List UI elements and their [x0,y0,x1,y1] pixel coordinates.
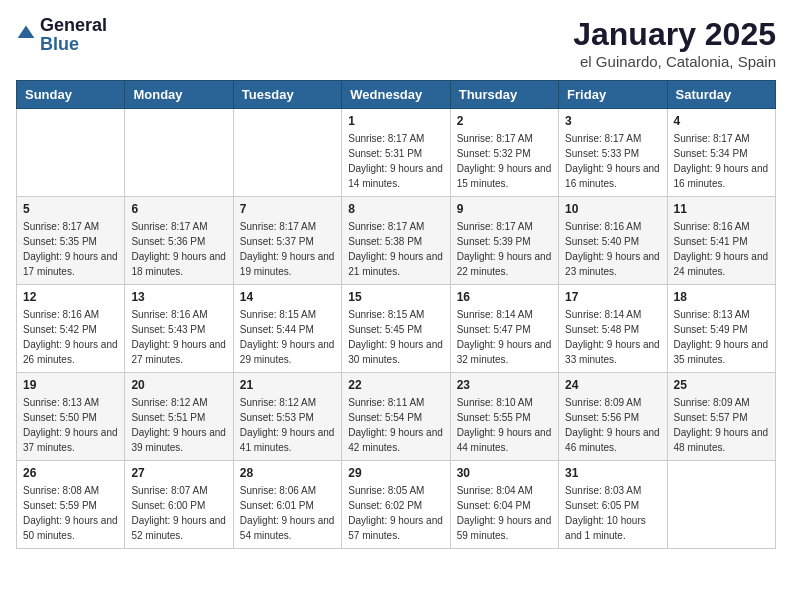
weekday-header: Monday [125,81,233,109]
day-info: Sunrise: 8:17 AMSunset: 5:38 PMDaylight:… [348,219,443,279]
logo-general: General [40,15,107,35]
day-info: Sunrise: 8:04 AMSunset: 6:04 PMDaylight:… [457,483,552,543]
day-info: Sunrise: 8:08 AMSunset: 5:59 PMDaylight:… [23,483,118,543]
calendar-cell: 20Sunrise: 8:12 AMSunset: 5:51 PMDayligh… [125,373,233,461]
day-number: 6 [131,202,226,216]
calendar-cell: 1Sunrise: 8:17 AMSunset: 5:31 PMDaylight… [342,109,450,197]
weekday-header: Saturday [667,81,775,109]
calendar-cell: 12Sunrise: 8:16 AMSunset: 5:42 PMDayligh… [17,285,125,373]
calendar-cell: 23Sunrise: 8:10 AMSunset: 5:55 PMDayligh… [450,373,558,461]
day-info: Sunrise: 8:14 AMSunset: 5:48 PMDaylight:… [565,307,660,367]
page-header: General Blue January 2025 el Guinardo, C… [16,16,776,70]
logo: General Blue [16,16,107,54]
calendar-week-row: 5Sunrise: 8:17 AMSunset: 5:35 PMDaylight… [17,197,776,285]
calendar-cell [667,461,775,549]
month-title: January 2025 [573,16,776,53]
calendar-cell: 28Sunrise: 8:06 AMSunset: 6:01 PMDayligh… [233,461,341,549]
calendar-cell: 11Sunrise: 8:16 AMSunset: 5:41 PMDayligh… [667,197,775,285]
day-number: 21 [240,378,335,392]
day-number: 29 [348,466,443,480]
day-number: 17 [565,290,660,304]
weekday-header: Tuesday [233,81,341,109]
day-number: 25 [674,378,769,392]
day-info: Sunrise: 8:16 AMSunset: 5:43 PMDaylight:… [131,307,226,367]
calendar-cell: 25Sunrise: 8:09 AMSunset: 5:57 PMDayligh… [667,373,775,461]
calendar-week-row: 26Sunrise: 8:08 AMSunset: 5:59 PMDayligh… [17,461,776,549]
day-number: 13 [131,290,226,304]
calendar-header-row: SundayMondayTuesdayWednesdayThursdayFrid… [17,81,776,109]
day-info: Sunrise: 8:16 AMSunset: 5:42 PMDaylight:… [23,307,118,367]
day-info: Sunrise: 8:17 AMSunset: 5:39 PMDaylight:… [457,219,552,279]
day-number: 26 [23,466,118,480]
day-number: 19 [23,378,118,392]
day-info: Sunrise: 8:13 AMSunset: 5:50 PMDaylight:… [23,395,118,455]
day-info: Sunrise: 8:09 AMSunset: 5:57 PMDaylight:… [674,395,769,455]
day-number: 18 [674,290,769,304]
calendar-week-row: 1Sunrise: 8:17 AMSunset: 5:31 PMDaylight… [17,109,776,197]
day-info: Sunrise: 8:07 AMSunset: 6:00 PMDaylight:… [131,483,226,543]
day-number: 8 [348,202,443,216]
day-info: Sunrise: 8:17 AMSunset: 5:31 PMDaylight:… [348,131,443,191]
calendar-cell: 29Sunrise: 8:05 AMSunset: 6:02 PMDayligh… [342,461,450,549]
day-info: Sunrise: 8:17 AMSunset: 5:34 PMDaylight:… [674,131,769,191]
day-info: Sunrise: 8:16 AMSunset: 5:40 PMDaylight:… [565,219,660,279]
day-number: 30 [457,466,552,480]
calendar-week-row: 12Sunrise: 8:16 AMSunset: 5:42 PMDayligh… [17,285,776,373]
calendar-cell: 27Sunrise: 8:07 AMSunset: 6:00 PMDayligh… [125,461,233,549]
day-info: Sunrise: 8:17 AMSunset: 5:33 PMDaylight:… [565,131,660,191]
day-info: Sunrise: 8:17 AMSunset: 5:35 PMDaylight:… [23,219,118,279]
calendar-cell: 2Sunrise: 8:17 AMSunset: 5:32 PMDaylight… [450,109,558,197]
calendar-cell: 16Sunrise: 8:14 AMSunset: 5:47 PMDayligh… [450,285,558,373]
day-info: Sunrise: 8:09 AMSunset: 5:56 PMDaylight:… [565,395,660,455]
weekday-header: Friday [559,81,667,109]
calendar-cell [125,109,233,197]
day-info: Sunrise: 8:12 AMSunset: 5:53 PMDaylight:… [240,395,335,455]
day-number: 4 [674,114,769,128]
calendar-cell: 17Sunrise: 8:14 AMSunset: 5:48 PMDayligh… [559,285,667,373]
calendar-cell: 24Sunrise: 8:09 AMSunset: 5:56 PMDayligh… [559,373,667,461]
day-number: 7 [240,202,335,216]
day-number: 9 [457,202,552,216]
day-number: 31 [565,466,660,480]
calendar-cell: 9Sunrise: 8:17 AMSunset: 5:39 PMDaylight… [450,197,558,285]
day-info: Sunrise: 8:12 AMSunset: 5:51 PMDaylight:… [131,395,226,455]
calendar-cell: 5Sunrise: 8:17 AMSunset: 5:35 PMDaylight… [17,197,125,285]
day-info: Sunrise: 8:06 AMSunset: 6:01 PMDaylight:… [240,483,335,543]
calendar-cell: 14Sunrise: 8:15 AMSunset: 5:44 PMDayligh… [233,285,341,373]
day-info: Sunrise: 8:15 AMSunset: 5:45 PMDaylight:… [348,307,443,367]
calendar-cell: 18Sunrise: 8:13 AMSunset: 5:49 PMDayligh… [667,285,775,373]
calendar-cell [233,109,341,197]
day-number: 27 [131,466,226,480]
day-info: Sunrise: 8:15 AMSunset: 5:44 PMDaylight:… [240,307,335,367]
calendar-cell: 7Sunrise: 8:17 AMSunset: 5:37 PMDaylight… [233,197,341,285]
weekday-header: Sunday [17,81,125,109]
calendar-cell: 8Sunrise: 8:17 AMSunset: 5:38 PMDaylight… [342,197,450,285]
calendar-cell: 26Sunrise: 8:08 AMSunset: 5:59 PMDayligh… [17,461,125,549]
day-number: 20 [131,378,226,392]
calendar-cell [17,109,125,197]
day-number: 12 [23,290,118,304]
day-info: Sunrise: 8:11 AMSunset: 5:54 PMDaylight:… [348,395,443,455]
day-number: 1 [348,114,443,128]
day-info: Sunrise: 8:16 AMSunset: 5:41 PMDaylight:… [674,219,769,279]
calendar-cell: 21Sunrise: 8:12 AMSunset: 5:53 PMDayligh… [233,373,341,461]
calendar-cell: 3Sunrise: 8:17 AMSunset: 5:33 PMDaylight… [559,109,667,197]
calendar-cell: 19Sunrise: 8:13 AMSunset: 5:50 PMDayligh… [17,373,125,461]
day-number: 24 [565,378,660,392]
day-number: 22 [348,378,443,392]
weekday-header: Thursday [450,81,558,109]
calendar-cell: 30Sunrise: 8:04 AMSunset: 6:04 PMDayligh… [450,461,558,549]
day-info: Sunrise: 8:14 AMSunset: 5:47 PMDaylight:… [457,307,552,367]
calendar-cell: 6Sunrise: 8:17 AMSunset: 5:36 PMDaylight… [125,197,233,285]
day-number: 5 [23,202,118,216]
day-info: Sunrise: 8:17 AMSunset: 5:36 PMDaylight:… [131,219,226,279]
calendar-cell: 10Sunrise: 8:16 AMSunset: 5:40 PMDayligh… [559,197,667,285]
calendar-cell: 31Sunrise: 8:03 AMSunset: 6:05 PMDayligh… [559,461,667,549]
day-number: 3 [565,114,660,128]
calendar-cell: 15Sunrise: 8:15 AMSunset: 5:45 PMDayligh… [342,285,450,373]
day-number: 28 [240,466,335,480]
day-info: Sunrise: 8:10 AMSunset: 5:55 PMDaylight:… [457,395,552,455]
day-number: 10 [565,202,660,216]
day-info: Sunrise: 8:03 AMSunset: 6:05 PMDaylight:… [565,483,660,543]
day-number: 2 [457,114,552,128]
